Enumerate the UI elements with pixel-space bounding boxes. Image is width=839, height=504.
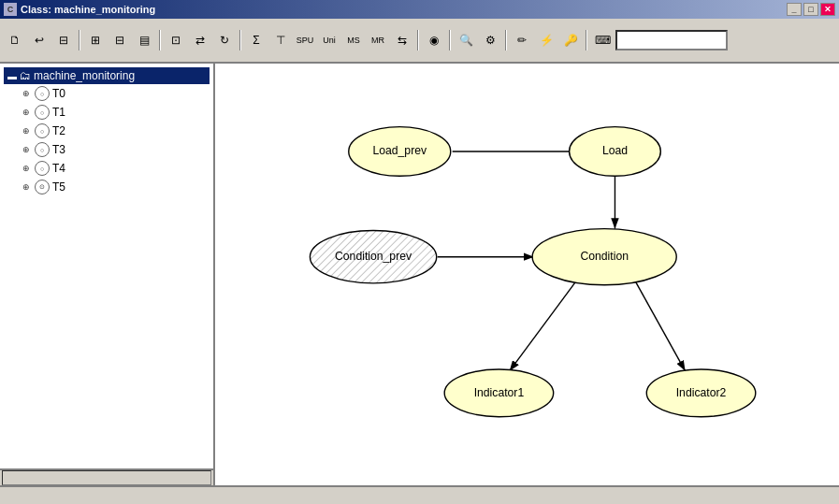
btn-b[interactable]: ⊟ xyxy=(108,30,131,50)
status-bar xyxy=(0,485,839,504)
node-condition-prev-label: Condition_prev xyxy=(335,250,412,263)
app-icon: C xyxy=(4,3,17,16)
btn-s[interactable]: 🔑 xyxy=(559,30,582,50)
node-indicator1-label: Indicator1 xyxy=(474,386,525,399)
tree-root[interactable]: ▬ 🗂 machine_monitoring xyxy=(4,67,210,84)
tree-item-t4[interactable]: ⊕ ○ T4 xyxy=(4,159,210,178)
expand-t5-icon: ⊕ xyxy=(22,182,32,192)
btn-o[interactable]: 🔍 xyxy=(455,30,477,50)
tree-label-t5: T5 xyxy=(52,180,65,194)
expand-t3-icon: ⊕ xyxy=(22,145,32,154)
btn-r[interactable]: ⚡ xyxy=(535,30,557,50)
expand-t0-icon: ⊕ xyxy=(22,89,32,98)
btn-d[interactable]: ⊡ xyxy=(165,30,187,50)
maximize-button[interactable]: □ xyxy=(803,3,818,16)
node-load-prev-label: Load_prev xyxy=(372,144,427,157)
t2-node-icon: ○ xyxy=(35,123,50,138)
node-indicator2-label: Indicator2 xyxy=(676,386,727,399)
separator-5 xyxy=(449,30,451,50)
tree-item-t5[interactable]: ⊕ ⊙ T5 xyxy=(4,178,210,196)
tree-item-t1[interactable]: ⊕ ○ T1 xyxy=(4,103,210,122)
t4-node-icon: ○ xyxy=(35,161,50,176)
btn-h[interactable]: ⊤ xyxy=(269,30,292,50)
title-bar: C Class: machine_monitoring _ □ ✕ xyxy=(0,0,839,19)
main-area: ▬ 🗂 machine_monitoring ⊕ ○ T0 ⊕ ○ T1 ⊕ ○… xyxy=(0,64,839,485)
collapse-icon: ▬ xyxy=(7,71,17,81)
graph-svg: Load_prev Load Condition_prev Condition … xyxy=(215,64,839,485)
t3-node-icon: ○ xyxy=(35,142,50,157)
close-button[interactable]: ✕ xyxy=(820,3,835,16)
btn-j[interactable]: Uni xyxy=(318,30,340,50)
tree-label-t2: T2 xyxy=(52,124,65,137)
tree-label-t4: T4 xyxy=(52,162,65,175)
expand-t2-icon: ⊕ xyxy=(22,126,32,136)
separator-4 xyxy=(417,30,419,50)
left-panel-scrollbar[interactable] xyxy=(0,468,213,485)
window-controls[interactable]: _ □ ✕ xyxy=(787,3,835,16)
separator-7 xyxy=(586,30,587,50)
btn-l[interactable]: MR xyxy=(367,30,389,50)
edge-condition-indicator1 xyxy=(510,276,580,370)
btn-f[interactable]: ↻ xyxy=(213,30,236,50)
canvas-area: Load_prev Load Condition_prev Condition … xyxy=(215,64,839,485)
btn-i[interactable]: SPU xyxy=(294,30,316,50)
minimize-button[interactable]: _ xyxy=(787,3,802,16)
tree-label-t1: T1 xyxy=(52,106,65,119)
btn-m[interactable]: ⇆ xyxy=(391,30,413,50)
separator-3 xyxy=(239,30,241,50)
separator-1 xyxy=(79,30,80,50)
btn-c[interactable]: ▤ xyxy=(133,30,155,50)
btn-t[interactable]: ⌨ xyxy=(591,30,614,50)
tree-item-t2[interactable]: ⊕ ○ T2 xyxy=(4,122,210,140)
toolbar: 🗋 ↩ ⊟ ⊞ ⊟ ▤ ⊡ ⇄ ↻ Σ ⊤ SPU Uni MS MR ⇆ ◉ … xyxy=(0,19,839,64)
tree-root-icon-class: 🗂 xyxy=(20,69,31,82)
tree-label-t0: T0 xyxy=(52,87,65,100)
btn-g[interactable]: Σ xyxy=(245,30,268,50)
horizontal-scrollbar[interactable] xyxy=(2,470,211,485)
t0-node-icon: ○ xyxy=(35,86,50,101)
expand-t4-icon: ⊕ xyxy=(22,164,32,173)
tree-item-t3[interactable]: ⊕ ○ T3 xyxy=(4,140,210,159)
node-load-label: Load xyxy=(602,144,628,157)
edge-condition-indicator2 xyxy=(632,276,685,370)
node-condition-label: Condition xyxy=(580,250,629,263)
search-input[interactable] xyxy=(615,30,728,50)
t1-node-icon: ○ xyxy=(35,105,50,120)
separator-2 xyxy=(159,30,161,50)
undo-button[interactable]: ↩ xyxy=(28,30,51,50)
separator-6 xyxy=(505,30,507,50)
window-title: Class: machine_monitoring xyxy=(21,4,155,15)
btn-k[interactable]: MS xyxy=(342,30,365,50)
btn-a[interactable]: ⊞ xyxy=(84,30,107,50)
expand-t1-icon: ⊕ xyxy=(22,108,32,117)
tree-item-t0[interactable]: ⊕ ○ T0 xyxy=(4,84,210,103)
redo-button[interactable]: ⊟ xyxy=(52,30,75,50)
tree-label-t3: T3 xyxy=(52,143,65,156)
btn-e[interactable]: ⇄ xyxy=(189,30,211,50)
left-panel: ▬ 🗂 machine_monitoring ⊕ ○ T0 ⊕ ○ T1 ⊕ ○… xyxy=(0,64,215,485)
btn-n[interactable]: ◉ xyxy=(423,30,445,50)
tree-root-label: machine_monitoring xyxy=(34,69,135,82)
t5-node-icon: ⊙ xyxy=(35,180,50,194)
btn-q[interactable]: ✏ xyxy=(511,30,533,50)
new-button[interactable]: 🗋 xyxy=(4,30,26,50)
btn-p[interactable]: ⚙ xyxy=(479,30,501,50)
tree-area: ▬ 🗂 machine_monitoring ⊕ ○ T0 ⊕ ○ T1 ⊕ ○… xyxy=(0,64,213,468)
